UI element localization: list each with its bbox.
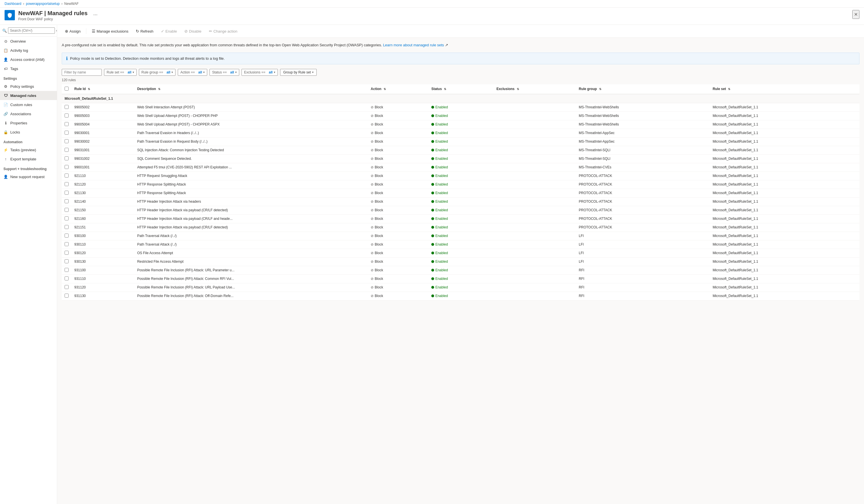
- row-checkbox-cell[interactable]: [62, 103, 71, 111]
- refresh-button[interactable]: ↻ Refresh: [133, 27, 157, 35]
- sidebar-item-custom-rules[interactable]: 📄 Custom rules: [0, 100, 57, 109]
- sidebar-item-activity-log[interactable]: 📋 Activity log: [0, 46, 57, 55]
- action-filter[interactable]: Action == all ▾: [178, 69, 207, 76]
- sidebar-item-policy-settings[interactable]: ⚙ Policy settings: [0, 82, 57, 91]
- rule-set-sort[interactable]: ⇅: [728, 87, 730, 91]
- row-checkbox-cell[interactable]: [62, 163, 71, 171]
- row-checkbox-cell[interactable]: [62, 137, 71, 146]
- disable-button[interactable]: ⊘ Disable: [181, 27, 204, 35]
- row-checkbox[interactable]: [64, 233, 69, 238]
- block-icon: ⊘: [371, 157, 374, 161]
- row-checkbox-cell[interactable]: [62, 197, 71, 206]
- sidebar-item-access-control[interactable]: 👤 Access control (IAM): [0, 55, 57, 64]
- filter-by-name-input[interactable]: [62, 69, 102, 76]
- row-checkbox[interactable]: [64, 105, 69, 109]
- row-checkbox[interactable]: [64, 225, 69, 229]
- row-checkbox[interactable]: [64, 122, 69, 126]
- row-checkbox[interactable]: [64, 208, 69, 212]
- row-checkbox[interactable]: [64, 251, 69, 255]
- row-checkbox-cell[interactable]: [62, 129, 71, 137]
- col-rule-group: Rule group ⇅: [576, 84, 710, 94]
- manage-exclusions-button[interactable]: ☰ Manage exclusions: [88, 27, 131, 35]
- exclusions-sort[interactable]: ⇅: [517, 87, 519, 91]
- row-checkbox-cell[interactable]: [62, 249, 71, 257]
- row-checkbox[interactable]: [64, 216, 69, 220]
- header-menu-button[interactable]: ···: [93, 12, 97, 18]
- row-checkbox[interactable]: [64, 268, 69, 272]
- row-checkbox[interactable]: [64, 165, 69, 169]
- status-dot: [431, 106, 434, 109]
- row-description: OS File Access Attempt: [134, 249, 368, 257]
- row-checkbox-cell[interactable]: [62, 189, 71, 197]
- row-status: Enabled: [429, 103, 494, 111]
- learn-more-link[interactable]: Learn more about managed rule sets: [383, 43, 444, 47]
- row-checkbox-cell[interactable]: [62, 223, 71, 231]
- row-checkbox[interactable]: [64, 182, 69, 186]
- assign-button[interactable]: ⊕ Assign: [62, 27, 84, 35]
- exclusions-filter[interactable]: Exclusions == all ▾: [241, 69, 278, 76]
- row-checkbox-cell[interactable]: [62, 274, 71, 283]
- row-rule-id: 99031002: [71, 154, 134, 163]
- row-checkbox-cell[interactable]: [62, 214, 71, 223]
- row-checkbox-cell[interactable]: [62, 120, 71, 129]
- sidebar-item-associations[interactable]: 🔗 Associations: [0, 109, 57, 118]
- group-by-dropdown[interactable]: Group by Rule set ▾: [280, 69, 317, 76]
- select-all-checkbox[interactable]: [64, 87, 69, 91]
- select-all-header[interactable]: [62, 84, 71, 94]
- row-checkbox[interactable]: [64, 191, 69, 195]
- row-checkbox-cell[interactable]: [62, 154, 71, 163]
- row-status: Enabled: [429, 249, 494, 257]
- row-checkbox[interactable]: [64, 173, 69, 178]
- row-checkbox[interactable]: [64, 131, 69, 135]
- breadcrumb-portal[interactable]: powerappsportalsetup: [26, 2, 60, 6]
- row-checkbox[interactable]: [64, 199, 69, 203]
- row-checkbox-cell[interactable]: [62, 206, 71, 214]
- status-sort[interactable]: ⇅: [444, 87, 446, 91]
- row-checkbox[interactable]: [64, 139, 69, 143]
- row-checkbox-cell[interactable]: [62, 291, 71, 300]
- row-checkbox-cell[interactable]: [62, 146, 71, 154]
- row-description: Attempted F5 tmui (CVE-2020-5902) REST A…: [134, 163, 368, 171]
- row-checkbox[interactable]: [64, 285, 69, 289]
- sidebar-item-properties[interactable]: ℹ Properties: [0, 118, 57, 128]
- row-checkbox[interactable]: [64, 113, 69, 118]
- row-action: ⊘ Block: [368, 120, 429, 129]
- row-checkbox-cell[interactable]: [62, 240, 71, 249]
- sidebar-item-locks[interactable]: 🔒 Locks: [0, 128, 57, 137]
- row-checkbox-cell[interactable]: [62, 257, 71, 266]
- sidebar-item-support[interactable]: 👤 New support request: [0, 172, 57, 181]
- row-checkbox[interactable]: [64, 293, 69, 298]
- sidebar-item-export[interactable]: ↑ Export template: [0, 154, 57, 164]
- row-checkbox-cell[interactable]: [62, 266, 71, 274]
- breadcrumb: Dashboard › powerappsportalsetup › NewWA…: [0, 0, 864, 8]
- breadcrumb-dashboard[interactable]: Dashboard: [4, 2, 22, 6]
- row-checkbox-cell[interactable]: [62, 231, 71, 240]
- row-checkbox[interactable]: [64, 148, 69, 152]
- rule-set-filter[interactable]: Rule set == all ▾: [104, 69, 136, 76]
- row-action: ⊘ Block: [368, 154, 429, 163]
- sidebar-item-tasks[interactable]: ⚡ Tasks (preview): [0, 145, 57, 154]
- rule-id-sort[interactable]: ⇅: [88, 87, 90, 91]
- description-sort[interactable]: ⇅: [158, 87, 160, 91]
- row-checkbox[interactable]: [64, 276, 69, 280]
- change-action-button[interactable]: ✏ Change action: [206, 27, 241, 35]
- rule-group-sort[interactable]: ⇅: [599, 87, 601, 91]
- row-checkbox[interactable]: [64, 156, 69, 160]
- row-checkbox-cell[interactable]: [62, 283, 71, 291]
- row-checkbox-cell[interactable]: [62, 111, 71, 120]
- row-checkbox-cell[interactable]: [62, 171, 71, 180]
- row-rule-group: RFI: [576, 266, 710, 274]
- sidebar-item-tags[interactable]: 🏷 Tags: [0, 64, 57, 73]
- row-checkbox-cell[interactable]: [62, 180, 71, 189]
- sidebar-item-managed-rules[interactable]: 🛡 Managed rules: [0, 91, 57, 100]
- close-button[interactable]: ✕: [852, 10, 860, 19]
- row-checkbox[interactable]: [64, 242, 69, 246]
- enable-button[interactable]: ✓ Enable: [158, 27, 180, 35]
- rule-group-filter[interactable]: Rule group == all ▾: [139, 69, 176, 76]
- row-checkbox[interactable]: [64, 259, 69, 263]
- sidebar-item-overview[interactable]: ⊙ Overview: [0, 37, 57, 46]
- action-sort[interactable]: ⇅: [384, 87, 386, 91]
- row-status: Enabled: [429, 137, 494, 146]
- status-filter[interactable]: Status == all ▾: [209, 69, 239, 76]
- search-input[interactable]: [8, 27, 55, 34]
